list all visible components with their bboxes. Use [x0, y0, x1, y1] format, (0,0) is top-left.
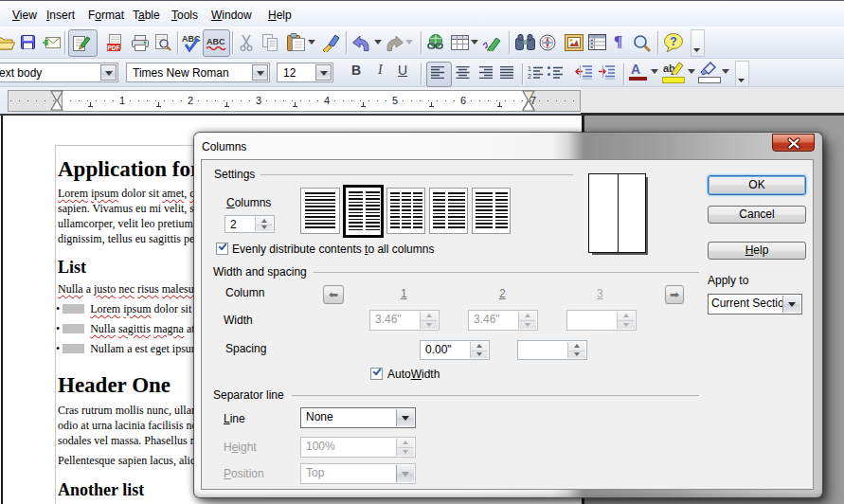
svg-text:ABC: ABC	[207, 37, 225, 46]
svg-text:PDF: PDF	[108, 45, 120, 51]
svg-text:1: 1	[528, 65, 531, 72]
svg-text:?: ?	[670, 35, 676, 48]
svg-text:2: 2	[528, 73, 531, 80]
